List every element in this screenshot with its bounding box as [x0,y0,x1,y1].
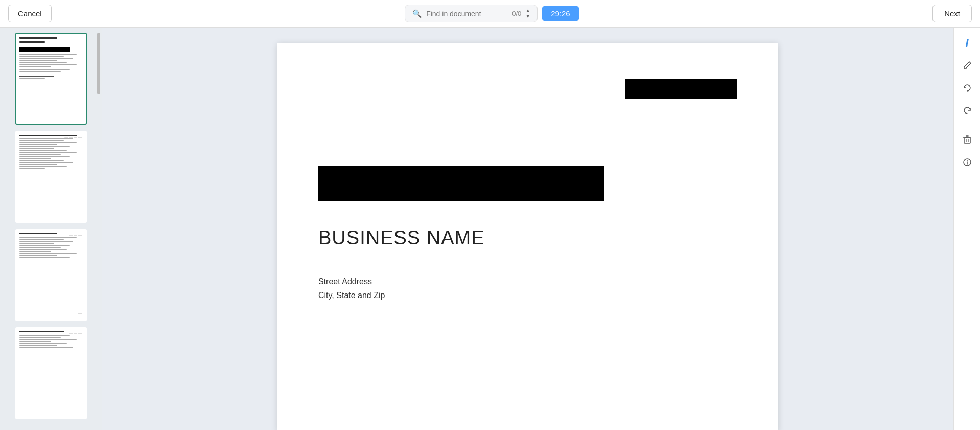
topbar-center: 🔍 0/0 ▲ ▼ 29:26 [405,5,579,22]
thumbnail-page-2[interactable]: — — — — [15,131,87,223]
thumb-page-label-2: — — — — [64,135,82,139]
search-prev-button[interactable]: ▲ [525,8,530,13]
search-nav: ▲ ▼ [525,8,530,19]
svg-point-7 [967,160,968,161]
pen-button[interactable] [958,56,976,75]
topbar-left: Cancel [8,5,52,22]
next-button[interactable]: Next [932,5,972,22]
timer-badge: 29:26 [542,6,579,21]
search-icon: 🔍 [412,9,422,18]
right-toolbar: I [953,28,980,430]
search-next-button[interactable]: ▼ [525,14,530,19]
thumb-page-num-4: — [78,410,82,413]
delete-button[interactable] [958,130,976,149]
topbar-right: Next [932,5,972,22]
city-state-zip: City, State and Zip [318,288,737,302]
topbar: Cancel 🔍 0/0 ▲ ▼ 29:26 Next [0,0,980,28]
thumb-page-label-3: — — — [69,233,82,237]
document-page: BUSINESS NAME Street Address City, State… [277,43,778,430]
thumb-page-num-3: — [78,311,82,315]
search-counter: 0/0 [512,10,521,17]
main-area: — — — — [0,28,980,430]
sidebar: — — — — [0,28,102,430]
thumb-page-label-4: — — — [69,331,82,335]
redacted-block-main [318,166,604,201]
thumbnail-page-1[interactable]: — — — — [15,33,87,125]
sidebar-scrollbar[interactable] [97,33,100,94]
document-viewer: BUSINESS NAME Street Address City, State… [102,28,953,430]
search-box: 🔍 0/0 ▲ ▼ [405,5,538,22]
toolbar-divider [960,125,975,125]
undo-button[interactable] [958,79,976,97]
info-button[interactable] [958,153,976,171]
thumbnail-page-3[interactable]: — — — — [15,229,87,321]
address-block: Street Address City, State and Zip [318,275,737,302]
search-input[interactable] [426,10,508,18]
street-address: Street Address [318,275,737,288]
thumbnail-page-4[interactable]: — — — — [15,327,87,419]
redacted-block-top [625,79,737,99]
thumb-page-label-1: — — — — [64,37,82,40]
text-cursor-button[interactable]: I [958,34,976,52]
business-name: BUSINESS NAME [318,227,737,249]
redo-button[interactable] [958,101,976,120]
svg-rect-0 [964,138,970,143]
cancel-button[interactable]: Cancel [8,5,52,22]
